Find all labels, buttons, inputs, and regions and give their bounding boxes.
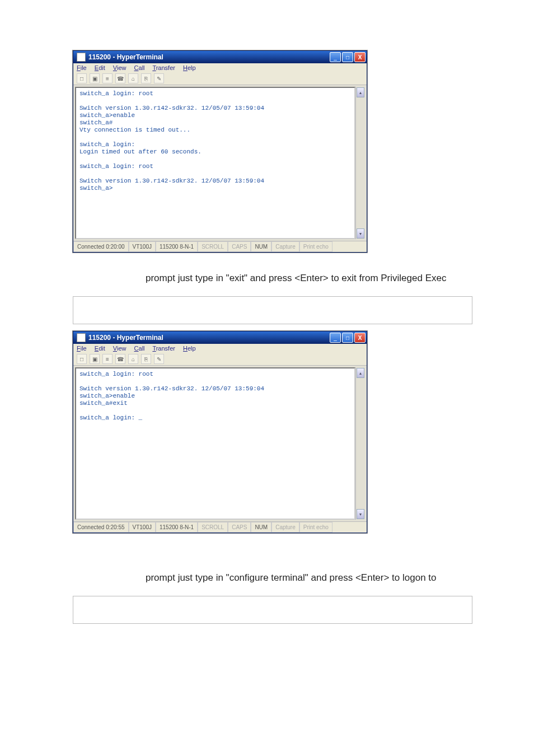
scroll-up-icon[interactable]: ▴ <box>357 368 364 378</box>
vertical-scrollbar[interactable]: ▴ ▾ <box>355 87 365 239</box>
hyperterminal-window-2: 115200 - HyperTerminal _ □ X File Edit V… <box>73 331 367 533</box>
status-connected: Connected 0:20:55 <box>73 522 129 533</box>
terminal-output[interactable]: switch_a login: root Switch version 1.30… <box>75 367 355 520</box>
status-scroll: SCROLL <box>198 241 228 252</box>
toolbar-send-icon[interactable]: ⎘ <box>141 73 151 83</box>
toolbar-new-icon[interactable]: □ <box>77 73 87 83</box>
minimize-button[interactable]: _ <box>330 52 341 62</box>
app-icon <box>77 53 86 62</box>
status-emulation: VT100J <box>129 241 156 252</box>
vertical-scrollbar[interactable]: ▴ ▾ <box>355 367 365 520</box>
menu-transfer[interactable]: Transfer <box>152 64 175 71</box>
menu-edit[interactable]: Edit <box>95 64 105 71</box>
menu-call[interactable]: Call <box>134 64 145 71</box>
titlebar[interactable]: 115200 - HyperTerminal _ □ X <box>73 332 367 344</box>
window-title: 115200 - HyperTerminal <box>88 53 330 61</box>
status-capture: Capture <box>271 241 299 252</box>
toolbar-properties-icon[interactable]: ≡ <box>102 354 113 364</box>
titlebar[interactable]: 115200 - HyperTerminal _ □ X <box>73 51 367 63</box>
close-button[interactable]: X <box>354 52 366 62</box>
app-icon <box>77 333 86 342</box>
frame-2 <box>73 596 472 624</box>
hyperterminal-window-1: 115200 - HyperTerminal _ □ X File Edit V… <box>73 50 367 253</box>
toolbar: □ ▣ ≡ ☎ ⌂ ⎘ ✎ <box>73 353 367 366</box>
toolbar-properties-icon[interactable]: ≡ <box>102 73 113 83</box>
toolbar: □ ▣ ≡ ☎ ⌂ ⎘ ✎ <box>73 72 367 85</box>
menu-help[interactable]: Help <box>183 345 196 352</box>
toolbar-disconnect-icon[interactable]: ⌂ <box>128 73 138 83</box>
menu-file[interactable]: File <box>77 345 87 352</box>
close-button[interactable]: X <box>354 333 366 343</box>
menu-edit[interactable]: Edit <box>95 345 105 352</box>
status-printecho: Print echo <box>299 522 332 533</box>
toolbar-receive-icon[interactable]: ✎ <box>154 354 164 364</box>
toolbar-new-icon[interactable]: □ <box>77 354 87 364</box>
status-bar: Connected 0:20:00 VT100J 115200 8-N-1 SC… <box>73 241 367 252</box>
menu-help[interactable]: Help <box>183 64 196 71</box>
maximize-button[interactable]: □ <box>342 52 353 62</box>
toolbar-send-icon[interactable]: ⎘ <box>141 354 151 364</box>
menu-view[interactable]: View <box>113 64 127 71</box>
status-params: 115200 8-N-1 <box>156 241 198 252</box>
minimize-button[interactable]: _ <box>330 333 341 343</box>
menu-file[interactable]: File <box>77 64 87 71</box>
status-caps: CAPS <box>228 522 251 533</box>
toolbar-open-icon[interactable]: ▣ <box>90 73 100 83</box>
toolbar-receive-icon[interactable]: ✎ <box>154 73 164 83</box>
status-scroll: SCROLL <box>198 522 228 533</box>
menu-view[interactable]: View <box>113 345 127 352</box>
toolbar-call-icon[interactable]: ☎ <box>115 354 125 364</box>
status-num: NUM <box>251 522 271 533</box>
toolbar-call-icon[interactable]: ☎ <box>115 73 125 83</box>
menu-transfer[interactable]: Transfer <box>152 345 175 352</box>
caption-1: prompt just type in "exit" and press <En… <box>146 273 472 284</box>
scroll-up-icon[interactable]: ▴ <box>357 87 364 97</box>
menu-bar: File Edit View Call Transfer Help <box>73 63 367 72</box>
frame-1 <box>73 296 472 324</box>
toolbar-open-icon[interactable]: ▣ <box>90 354 100 364</box>
menu-call[interactable]: Call <box>134 345 145 352</box>
toolbar-disconnect-icon[interactable]: ⌂ <box>128 354 138 364</box>
caption-2: prompt just type in "configure terminal"… <box>146 572 472 584</box>
status-connected: Connected 0:20:00 <box>73 241 129 252</box>
scroll-down-icon[interactable]: ▾ <box>357 228 364 239</box>
status-printecho: Print echo <box>299 241 332 252</box>
maximize-button[interactable]: □ <box>342 333 353 343</box>
status-params: 115200 8-N-1 <box>156 522 198 533</box>
terminal-output[interactable]: switch_a login: root Switch version 1.30… <box>75 87 355 239</box>
status-capture: Capture <box>271 522 299 533</box>
menu-bar: File Edit View Call Transfer Help <box>73 344 367 353</box>
status-num: NUM <box>251 241 271 252</box>
status-emulation: VT100J <box>129 522 156 533</box>
scroll-down-icon[interactable]: ▾ <box>357 509 364 519</box>
window-title: 115200 - HyperTerminal <box>88 334 330 342</box>
status-caps: CAPS <box>228 241 251 252</box>
status-bar: Connected 0:20:55 VT100J 115200 8-N-1 SC… <box>73 521 367 533</box>
